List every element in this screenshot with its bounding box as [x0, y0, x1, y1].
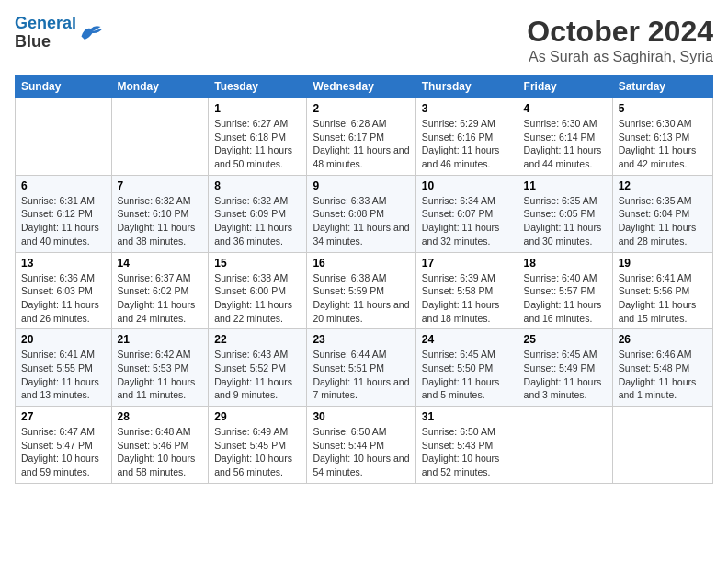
calendar-table: SundayMondayTuesdayWednesdayThursdayFrid…: [15, 75, 713, 484]
day-number: 4: [524, 102, 607, 115]
calendar-cell: 31Sunrise: 6:50 AMSunset: 5:43 PMDayligh…: [415, 407, 518, 484]
day-info: Sunrise: 6:32 AMSunset: 6:09 PMDaylight:…: [214, 194, 301, 248]
calendar-cell: [518, 407, 612, 484]
day-info: Sunrise: 6:37 AMSunset: 6:02 PMDaylight:…: [118, 271, 203, 326]
calendar-week-row: 6Sunrise: 6:31 AMSunset: 6:12 PMDaylight…: [16, 175, 713, 252]
day-number: 3: [422, 102, 512, 115]
calendar-cell: 30Sunrise: 6:50 AMSunset: 5:44 PMDayligh…: [307, 407, 415, 484]
day-number: 16: [313, 257, 409, 270]
day-number: 1: [214, 102, 301, 115]
calendar-week-row: 27Sunrise: 6:47 AMSunset: 5:47 PMDayligh…: [16, 407, 713, 484]
day-number: 8: [214, 179, 301, 192]
day-number: 2: [313, 102, 409, 115]
day-number: 14: [118, 257, 203, 270]
calendar-cell: 23Sunrise: 6:44 AMSunset: 5:51 PMDayligh…: [307, 329, 415, 407]
day-number: 21: [118, 333, 203, 346]
day-info: Sunrise: 6:36 AMSunset: 6:03 PMDaylight:…: [21, 271, 106, 326]
calendar-cell: 12Sunrise: 6:35 AMSunset: 6:04 PMDayligh…: [612, 175, 712, 252]
calendar-cell: 4Sunrise: 6:30 AMSunset: 6:14 PMDaylight…: [518, 98, 612, 176]
calendar-cell: 29Sunrise: 6:49 AMSunset: 5:45 PMDayligh…: [209, 407, 307, 484]
day-info: Sunrise: 6:45 AMSunset: 5:49 PMDaylight:…: [524, 348, 607, 402]
day-info: Sunrise: 6:46 AMSunset: 5:48 PMDaylight:…: [619, 348, 707, 402]
day-number: 7: [118, 179, 203, 192]
calendar-cell: 15Sunrise: 6:38 AMSunset: 6:00 PMDayligh…: [209, 252, 307, 329]
day-number: 28: [118, 410, 203, 423]
day-info: Sunrise: 6:42 AMSunset: 5:53 PMDaylight:…: [118, 348, 203, 402]
day-info: Sunrise: 6:33 AMSunset: 6:08 PMDaylight:…: [313, 194, 409, 248]
calendar-cell: 24Sunrise: 6:45 AMSunset: 5:50 PMDayligh…: [415, 329, 518, 407]
logo-text: GeneralBlue: [15, 15, 76, 52]
day-number: 10: [422, 179, 512, 192]
day-info: Sunrise: 6:38 AMSunset: 5:59 PMDaylight:…: [313, 271, 409, 326]
day-info: Sunrise: 6:34 AMSunset: 6:07 PMDaylight:…: [422, 194, 512, 248]
day-info: Sunrise: 6:29 AMSunset: 6:16 PMDaylight:…: [422, 117, 512, 171]
weekday-header-friday: Friday: [518, 75, 612, 98]
calendar-cell: 10Sunrise: 6:34 AMSunset: 6:07 PMDayligh…: [415, 175, 518, 252]
day-info: Sunrise: 6:38 AMSunset: 6:00 PMDaylight:…: [214, 271, 301, 326]
day-number: 31: [422, 410, 512, 423]
day-number: 9: [313, 179, 409, 192]
day-info: Sunrise: 6:30 AMSunset: 6:14 PMDaylight:…: [524, 117, 607, 171]
calendar-cell: 7Sunrise: 6:32 AMSunset: 6:10 PMDaylight…: [111, 175, 209, 252]
day-info: Sunrise: 6:48 AMSunset: 5:46 PMDaylight:…: [118, 425, 203, 479]
day-info: Sunrise: 6:45 AMSunset: 5:50 PMDaylight:…: [422, 348, 512, 402]
calendar-cell: 3Sunrise: 6:29 AMSunset: 6:16 PMDaylight…: [415, 98, 518, 176]
calendar-cell: 11Sunrise: 6:35 AMSunset: 6:05 PMDayligh…: [518, 175, 612, 252]
day-number: 26: [619, 333, 707, 346]
day-number: 18: [524, 257, 607, 270]
calendar-week-row: 13Sunrise: 6:36 AMSunset: 6:03 PMDayligh…: [16, 252, 713, 329]
month-title: October 2024: [527, 15, 713, 49]
weekday-header-sunday: Sunday: [16, 75, 112, 98]
weekday-header-thursday: Thursday: [415, 75, 518, 98]
day-info: Sunrise: 6:35 AMSunset: 6:05 PMDaylight:…: [524, 194, 607, 248]
weekday-header-wednesday: Wednesday: [307, 75, 415, 98]
calendar-week-row: 20Sunrise: 6:41 AMSunset: 5:55 PMDayligh…: [16, 329, 713, 407]
day-info: Sunrise: 6:49 AMSunset: 5:45 PMDaylight:…: [214, 425, 301, 479]
title-area: October 2024 As Surah as Saghirah, Syria: [527, 15, 713, 65]
day-number: 27: [21, 410, 106, 423]
calendar-cell: 1Sunrise: 6:27 AMSunset: 6:18 PMDaylight…: [209, 98, 307, 176]
day-info: Sunrise: 6:28 AMSunset: 6:17 PMDaylight:…: [313, 117, 409, 171]
day-number: 13: [21, 257, 106, 270]
day-info: Sunrise: 6:31 AMSunset: 6:12 PMDaylight:…: [21, 194, 106, 248]
day-info: Sunrise: 6:41 AMSunset: 5:55 PMDaylight:…: [21, 348, 106, 402]
day-number: 25: [524, 333, 607, 346]
calendar-cell: 13Sunrise: 6:36 AMSunset: 6:03 PMDayligh…: [16, 252, 112, 329]
calendar-cell: 19Sunrise: 6:41 AMSunset: 5:56 PMDayligh…: [612, 252, 712, 329]
logo-bird-icon: [78, 23, 104, 43]
day-info: Sunrise: 6:27 AMSunset: 6:18 PMDaylight:…: [214, 117, 301, 171]
calendar-cell: 21Sunrise: 6:42 AMSunset: 5:53 PMDayligh…: [111, 329, 209, 407]
calendar-cell: 20Sunrise: 6:41 AMSunset: 5:55 PMDayligh…: [16, 329, 112, 407]
calendar-week-row: 1Sunrise: 6:27 AMSunset: 6:18 PMDaylight…: [16, 98, 713, 176]
day-number: 23: [313, 333, 409, 346]
day-number: 22: [214, 333, 301, 346]
calendar-cell: [16, 98, 112, 176]
day-info: Sunrise: 6:44 AMSunset: 5:51 PMDaylight:…: [313, 348, 409, 402]
calendar-cell: 28Sunrise: 6:48 AMSunset: 5:46 PMDayligh…: [111, 407, 209, 484]
calendar-cell: 22Sunrise: 6:43 AMSunset: 5:52 PMDayligh…: [209, 329, 307, 407]
calendar-cell: 6Sunrise: 6:31 AMSunset: 6:12 PMDaylight…: [16, 175, 112, 252]
day-info: Sunrise: 6:41 AMSunset: 5:56 PMDaylight:…: [619, 271, 707, 326]
calendar-cell: 8Sunrise: 6:32 AMSunset: 6:09 PMDaylight…: [209, 175, 307, 252]
calendar-cell: 17Sunrise: 6:39 AMSunset: 5:58 PMDayligh…: [415, 252, 518, 329]
calendar-cell: 14Sunrise: 6:37 AMSunset: 6:02 PMDayligh…: [111, 252, 209, 329]
day-info: Sunrise: 6:39 AMSunset: 5:58 PMDaylight:…: [422, 271, 512, 326]
calendar-cell: [111, 98, 209, 176]
day-info: Sunrise: 6:35 AMSunset: 6:04 PMDaylight:…: [619, 194, 707, 248]
day-info: Sunrise: 6:50 AMSunset: 5:43 PMDaylight:…: [422, 425, 512, 479]
calendar-cell: 26Sunrise: 6:46 AMSunset: 5:48 PMDayligh…: [612, 329, 712, 407]
day-number: 15: [214, 257, 301, 270]
calendar-cell: 16Sunrise: 6:38 AMSunset: 5:59 PMDayligh…: [307, 252, 415, 329]
day-number: 24: [422, 333, 512, 346]
calendar-cell: 5Sunrise: 6:30 AMSunset: 6:13 PMDaylight…: [612, 98, 712, 176]
calendar-cell: 25Sunrise: 6:45 AMSunset: 5:49 PMDayligh…: [518, 329, 612, 407]
weekday-header-monday: Monday: [111, 75, 209, 98]
day-info: Sunrise: 6:47 AMSunset: 5:47 PMDaylight:…: [21, 425, 106, 479]
calendar-cell: 9Sunrise: 6:33 AMSunset: 6:08 PMDaylight…: [307, 175, 415, 252]
day-number: 29: [214, 410, 301, 423]
day-number: 17: [422, 257, 512, 270]
weekday-header-tuesday: Tuesday: [209, 75, 307, 98]
day-number: 5: [619, 102, 707, 115]
day-number: 30: [313, 410, 409, 423]
calendar-cell: 18Sunrise: 6:40 AMSunset: 5:57 PMDayligh…: [518, 252, 612, 329]
